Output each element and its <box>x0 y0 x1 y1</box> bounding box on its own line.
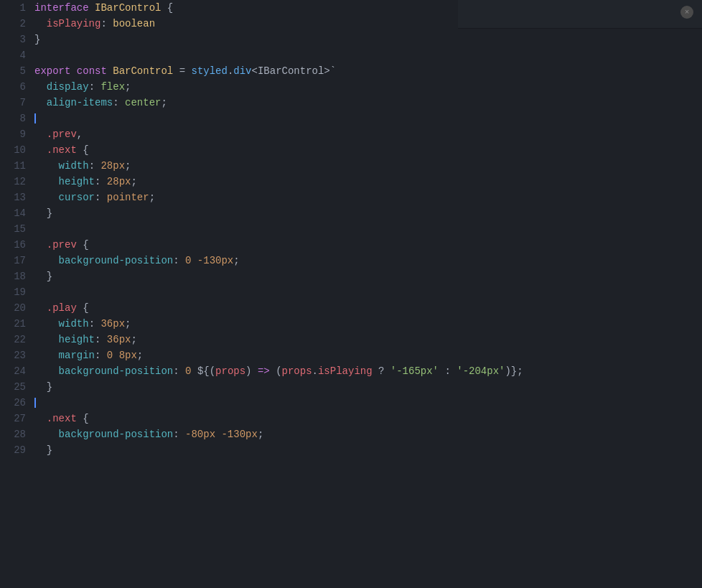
line-content <box>34 111 702 126</box>
text-cursor <box>34 113 36 123</box>
line-content: } <box>34 205 702 221</box>
line-number: 16 <box>6 237 34 253</box>
line-content: .prev { <box>34 237 702 253</box>
code-line: 9 .prev, <box>0 126 702 142</box>
line-number: 18 <box>6 269 34 284</box>
line-number: 12 <box>6 174 34 190</box>
line-content: } <box>34 442 702 458</box>
code-line: 17 background-position: 0 -130px; <box>0 253 702 269</box>
line-number: 10 <box>6 142 34 158</box>
line-number: 26 <box>6 395 34 411</box>
line-number: 29 <box>6 442 34 458</box>
code-line: 6 display: flex; <box>0 79 702 95</box>
line-number: 27 <box>6 411 34 426</box>
line-number: 20 <box>6 300 34 316</box>
line-content: background-position: 0 -130px; <box>34 253 702 269</box>
code-line: 28 background-position: -80px -130px; <box>0 426 702 442</box>
line-content: export const BarControl = styled.div<IBa… <box>34 63 702 79</box>
line-number: 25 <box>6 379 34 395</box>
line-content: } <box>34 379 702 395</box>
code-line: 24 background-position: 0 ${(props) => (… <box>0 363 702 379</box>
close-icon: × <box>685 9 690 17</box>
line-content <box>34 395 702 411</box>
code-line: 5export const BarControl = styled.div<IB… <box>0 63 702 79</box>
line-number: 8 <box>6 111 34 126</box>
code-line: 15 <box>0 221 702 237</box>
code-line: 20 .play { <box>0 300 702 316</box>
code-line: 23 margin: 0 8px; <box>0 347 702 363</box>
line-content: background-position: -80px -130px; <box>34 426 702 442</box>
code-line: 4 <box>0 47 702 63</box>
code-line: 26 <box>0 395 702 411</box>
code-line: 27 .next { <box>0 411 702 426</box>
line-number: 21 <box>6 316 34 332</box>
code-line: 13 cursor: pointer; <box>0 190 702 205</box>
line-number: 17 <box>6 253 34 269</box>
line-number: 1 <box>6 0 34 16</box>
line-number: 2 <box>6 16 34 32</box>
line-number: 24 <box>6 363 34 379</box>
code-line: 16 .prev { <box>0 237 702 253</box>
code-area[interactable]: 1interface IBarControl {2 isPlaying: boo… <box>0 0 702 588</box>
line-content: .next { <box>34 142 702 158</box>
code-line: 11 width: 28px; <box>0 158 702 174</box>
line-number: 19 <box>6 284 34 300</box>
code-line: 12 height: 28px; <box>0 174 702 190</box>
line-number: 3 <box>6 32 34 47</box>
line-number: 6 <box>6 79 34 95</box>
close-button[interactable]: × <box>680 6 693 19</box>
line-number: 28 <box>6 426 34 442</box>
line-number: 9 <box>6 126 34 142</box>
line-number: 23 <box>6 347 34 363</box>
line-number: 22 <box>6 332 34 347</box>
line-number: 11 <box>6 158 34 174</box>
line-number: 15 <box>6 221 34 237</box>
line-content: } <box>34 269 702 284</box>
code-line: 14 } <box>0 205 702 221</box>
code-line: 19 <box>0 284 702 300</box>
code-line: 8 <box>0 111 702 126</box>
line-number: 4 <box>6 47 34 63</box>
line-content: align-items: center; <box>34 95 702 111</box>
code-line: 25 } <box>0 379 702 395</box>
line-content: height: 28px; <box>34 174 702 190</box>
line-content: .prev, <box>34 126 702 142</box>
text-cursor <box>34 398 36 408</box>
line-content: .next { <box>34 411 702 426</box>
code-line: 29 } <box>0 442 702 458</box>
line-content: height: 36px; <box>34 332 702 347</box>
line-number: 14 <box>6 205 34 221</box>
code-line: 18 } <box>0 269 702 284</box>
editor-container: 1interface IBarControl {2 isPlaying: boo… <box>0 0 702 588</box>
code-line: 7 align-items: center; <box>0 95 702 111</box>
line-content: display: flex; <box>34 79 702 95</box>
line-content: width: 28px; <box>34 158 702 174</box>
line-content: width: 36px; <box>34 316 702 332</box>
line-content: cursor: pointer; <box>34 190 702 205</box>
top-right-panel: × <box>458 0 702 29</box>
line-content: } <box>34 32 702 47</box>
line-number: 7 <box>6 95 34 111</box>
code-line: 10 .next { <box>0 142 702 158</box>
line-number: 5 <box>6 63 34 79</box>
code-line: 3} <box>0 32 702 47</box>
line-content: margin: 0 8px; <box>34 347 702 363</box>
line-content: .play { <box>34 300 702 316</box>
line-number: 13 <box>6 190 34 205</box>
code-line: 21 width: 36px; <box>0 316 702 332</box>
code-line: 22 height: 36px; <box>0 332 702 347</box>
line-content: background-position: 0 ${(props) => (pro… <box>34 363 702 379</box>
